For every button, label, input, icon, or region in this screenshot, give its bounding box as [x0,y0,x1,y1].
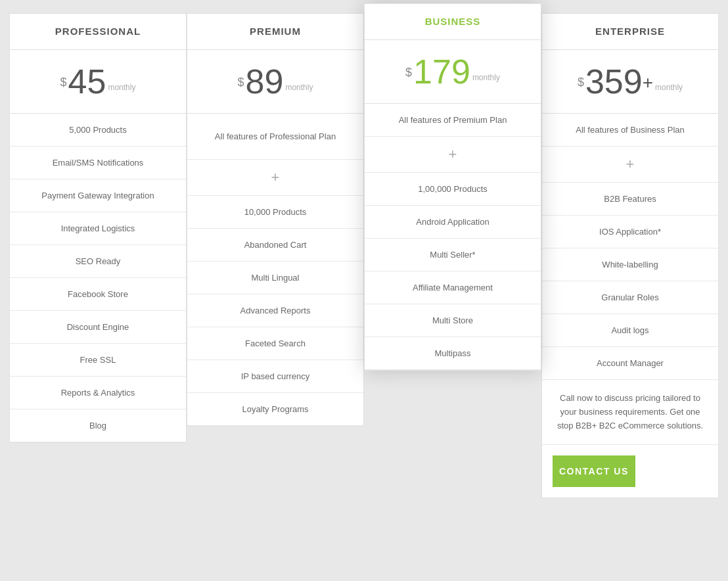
feature-enterprise-2: B2B Features [542,183,718,216]
price-amount-business: 179 [413,55,470,89]
price-row-premium: $ 89 monthly [187,50,363,114]
price-period-business: monthly [472,73,500,82]
feature-business-5: Affiliate Management [365,271,541,304]
feature-premium-0: All features of Professional Plan [187,114,363,160]
feature-professional-0: 5,000 Products [10,114,186,147]
feature-premium-3: Abandoned Cart [187,229,363,262]
plan-header-business: BUSINESS [365,4,541,40]
price-amount-premium: 89 [246,64,284,99]
price-amount-professional: 45 [68,64,106,99]
feature-enterprise-0: All features of Business Plan [542,114,718,147]
feature-business-3: Android Application [365,206,541,239]
pricing-table: PROFESSIONAL $ 45 monthly 5,000 Products… [9,13,719,498]
feature-professional-2: Payment Gateway Integration [10,179,186,212]
feature-enterprise-4: White-labelling [542,248,718,281]
feature-enterprise-3: IOS Application* [542,216,718,248]
plan-professional: PROFESSIONAL $ 45 monthly 5,000 Products… [9,13,187,443]
feature-professional-3: Integrated Logistics [10,212,186,245]
price-plus-enterprise: + [643,72,653,93]
price-period-enterprise: monthly [655,83,683,92]
contact-us-button[interactable]: CONTACT US [553,455,635,487]
price-dollar-premium: $ [238,76,244,89]
feature-premium-6: Faceted Search [187,327,363,360]
price-amount-enterprise: 359 [585,64,643,99]
price-period-premium: monthly [285,83,313,92]
feature-professional-8: Reports & Analytics [10,377,186,409]
price-dollar-professional: $ [60,76,67,89]
feature-premium-8: Loyalty Programs [187,393,363,426]
plan-name-enterprise: ENTERPRISE [595,26,665,37]
price-row-professional: $ 45 monthly [10,50,186,114]
feature-premium-plus: + [187,160,363,196]
feature-premium-2: 10,000 Products [187,196,363,229]
plus-icon-enterprise: + [626,156,635,173]
plan-header-premium: PREMIUM [187,14,363,50]
feature-professional-6: Discount Engine [10,311,186,344]
plan-header-enterprise: ENTERPRISE [542,14,718,50]
feature-business-6: Multi Store [365,304,541,337]
feature-professional-7: Free SSL [10,344,186,377]
feature-business-0: All features of Premium Plan [365,104,541,137]
feature-premium-5: Advanced Reports [187,294,363,327]
feature-business-plus: + [365,137,541,173]
feature-professional-1: Email/SMS Notifications [10,147,186,179]
feature-business-4: Multi Seller* [365,239,541,271]
feature-premium-7: IP based currency [187,360,363,393]
plus-icon-business: + [449,146,457,163]
feature-enterprise-6: Audit logs [542,314,718,347]
feature-enterprise-7: Account Manager [542,347,718,380]
enterprise-callout: Call now to discuss pricing tailored to … [542,380,718,445]
price-row-business: $ 179 monthly [365,40,541,104]
feature-enterprise-plus: + [542,147,718,183]
feature-business-2: 1,00,000 Products [365,173,541,206]
price-period-professional: monthly [108,83,135,92]
feature-enterprise-5: Granular Roles [542,281,718,314]
plan-header-professional: PROFESSIONAL [10,14,186,50]
plan-name-professional: PROFESSIONAL [55,26,141,37]
plus-icon-premium: + [271,169,280,186]
price-dollar-business: $ [405,66,412,80]
feature-business-7: Multipass [365,337,541,370]
feature-premium-4: Multi Lingual [187,262,363,294]
feature-professional-4: SEO Ready [10,245,186,278]
price-row-enterprise: $ 359 + monthly [542,50,718,114]
price-dollar-enterprise: $ [578,76,584,89]
plan-premium: PREMIUM $ 89 monthly All features of Pro… [187,13,364,427]
feature-professional-9: Blog [10,409,186,442]
feature-professional-5: Facebook Store [10,278,186,311]
plan-enterprise: ENTERPRISE $ 359 + monthly All features … [541,13,719,498]
plan-name-business: BUSINESS [425,16,481,27]
plan-name-premium: PREMIUM [250,26,301,37]
plan-business: BUSINESS $ 179 monthly All features of P… [364,3,541,371]
